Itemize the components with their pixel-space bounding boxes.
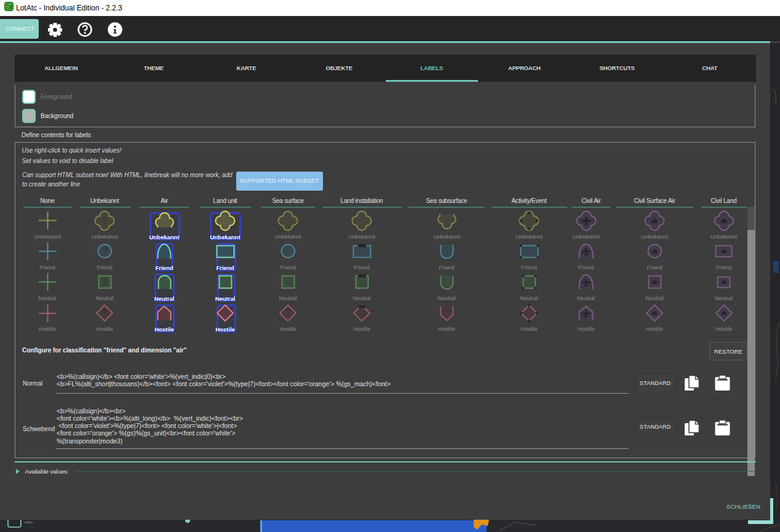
svg-text:varies: varies (25, 520, 33, 524)
